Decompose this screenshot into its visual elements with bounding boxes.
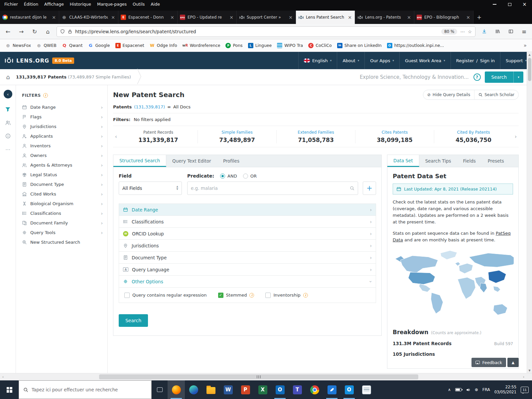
menu-aide[interactable]: Aide — [148, 0, 163, 9]
start-button[interactable] — [0, 380, 19, 399]
stemmed-checkbox[interactable]: ✓ Stemmed i — [218, 293, 254, 298]
taskbar-powerpoint[interactable]: P — [237, 380, 254, 399]
help-icon[interactable]: ? — [473, 73, 481, 81]
menu-historique[interactable]: Historique — [67, 0, 94, 9]
tab-claas[interactable]: ⊕ CLAAS-KD-Wörterbuc × — [59, 11, 118, 24]
filter-item-query-tools[interactable]: Query Tools› — [22, 228, 107, 237]
filter-item-applicants[interactable]: Applicants› — [22, 131, 107, 141]
stat-extended-families[interactable]: Extended Families 71,058,783 — [276, 130, 355, 143]
info-icon[interactable] — [5, 133, 11, 139]
taskbar-outlook[interactable]: O — [271, 380, 289, 399]
more-options-icon[interactable]: ⋯ — [5, 147, 10, 153]
hamburger-menu-icon[interactable]: ≡ — [519, 28, 529, 35]
page-actions-icon[interactable]: ⋯ — [460, 29, 465, 34]
scrollbar-track[interactable] — [6, 373, 521, 380]
reload-button[interactable]: ↻ — [30, 28, 39, 35]
taskbar-word[interactable]: W — [219, 380, 237, 399]
nav-our-apps[interactable]: Our Apps▾ — [364, 52, 399, 69]
carousel-left-icon[interactable]: ‹ — [113, 133, 119, 140]
collections-people-icon[interactable] — [5, 120, 11, 125]
stat-simple-families[interactable]: Simple Families 73,489,897 — [198, 130, 276, 143]
menu-fichier[interactable]: Fichier — [1, 0, 21, 9]
menu-marque-pages[interactable]: Marque-pages — [94, 0, 130, 9]
inventorship-checkbox[interactable]: Inventorship i — [265, 293, 308, 298]
bookmark-star-icon[interactable]: ☆ — [468, 29, 472, 34]
menu-outils[interactable]: Outils — [130, 0, 148, 9]
taskbar-teams[interactable]: T — [289, 380, 306, 399]
tab-lens-patent-search[interactable]: Lens Patent Search × — [296, 11, 355, 24]
bookmark-wordreference[interactable]: wRWordreference — [180, 42, 223, 50]
info-icon[interactable]: i — [249, 293, 254, 298]
accordion-query-language[interactable]: A Query Language › — [119, 264, 376, 276]
tab-close-icon[interactable]: × — [51, 15, 57, 20]
tab-close-icon[interactable]: × — [229, 15, 234, 20]
shield-icon[interactable] — [60, 29, 65, 34]
tab-data-set[interactable]: Data Set — [387, 155, 419, 167]
scroll-to-top-button[interactable]: ▲ — [507, 358, 519, 367]
downloads-button[interactable] — [479, 29, 489, 34]
tab-epo-updated[interactable]: EPO EPO - Updated re × — [178, 11, 237, 24]
close-button[interactable]: × — [517, 0, 532, 9]
taskbar-app-blue[interactable] — [323, 380, 340, 399]
tab-close-icon[interactable]: × — [110, 15, 116, 20]
nav-about[interactable]: About▾ — [337, 52, 364, 69]
accordion-jurisdictions[interactable]: Jurisdictions › — [119, 240, 376, 252]
tab-query-text-editor[interactable]: Query Text Editor — [166, 155, 217, 167]
patents-count-link[interactable]: (131,339,817) — [134, 104, 165, 109]
accordion-document-type[interactable]: Document Type › — [119, 252, 376, 264]
volume-icon[interactable] — [466, 388, 470, 392]
filter-item-inventors[interactable]: Inventors› — [22, 141, 107, 151]
new-tab-button[interactable]: + — [473, 11, 485, 24]
stat-cites-patents[interactable]: Cites Patents 38,099,185 — [355, 130, 434, 143]
bookmark-espacenet[interactable]: EEspacenet — [113, 42, 147, 50]
filter-item-jurisdictions[interactable]: Jurisdictions› — [22, 122, 107, 131]
tab-support-center[interactable]: Support Center » × — [237, 11, 296, 24]
tab-fields[interactable]: Fields — [457, 155, 482, 167]
accordion-classifications[interactable]: Classifications › — [119, 216, 376, 228]
menu-affichage[interactable]: Affichage — [41, 0, 67, 9]
tab-presets[interactable]: Presets — [482, 155, 510, 167]
tab-close-icon[interactable]: × — [288, 15, 293, 20]
home-icon[interactable]: ⌂ — [0, 73, 16, 80]
tab-search-tips[interactable]: Search Tips — [419, 155, 457, 167]
taskbar-firefox[interactable] — [168, 380, 185, 399]
taskbar-edge[interactable] — [185, 380, 202, 399]
accordion-other-options[interactable]: Other Options › — [119, 276, 376, 288]
filter-item-legal-status[interactable]: Legal Status› — [22, 170, 107, 180]
bookmark-google[interactable]: GGoogle — [85, 42, 112, 50]
regex-checkbox[interactable]: Query contains regular expression — [124, 293, 207, 298]
nav-guest-work-area[interactable]: Guest Work Area▾ — [399, 52, 451, 69]
bookmark-coclico[interactable]: CCoCliCo — [306, 42, 334, 50]
search-dropdown-button[interactable]: ▾ — [513, 71, 523, 83]
feedback-button[interactable]: Feedback — [471, 358, 506, 367]
filter-item-document-type[interactable]: Document Type› — [22, 180, 107, 189]
library-button[interactable] — [493, 29, 502, 34]
url-bar[interactable]: https://preview.lens.org/lens/search/pat… — [57, 26, 475, 37]
register-link[interactable]: Register — [456, 58, 474, 63]
battery-icon[interactable] — [455, 388, 462, 391]
tab-restaurant[interactable]: restaurant dijon le × — [0, 11, 59, 24]
bookmark-newsfox[interactable]: ⊕NewsFox — [3, 42, 34, 50]
filter-item-document-family[interactable]: Document Family› — [22, 218, 107, 228]
tab-close-icon[interactable]: × — [466, 15, 471, 20]
tray-expand-icon[interactable]: ∧ — [448, 387, 451, 392]
tab-close-icon[interactable]: × — [170, 15, 175, 20]
predicate-and-radio[interactable]: AND — [220, 174, 237, 179]
query-input[interactable] — [191, 186, 350, 191]
bookmark-linkedin[interactable]: inShare on LinkedIn — [334, 42, 384, 50]
filter-item-date-range[interactable]: Date Range› — [22, 102, 107, 112]
network-icon[interactable]: ⊕ — [475, 387, 478, 392]
predicate-or-radio[interactable]: OR — [243, 174, 257, 179]
stat-patent-records[interactable]: Patent Records 131,339,817 — [119, 130, 198, 143]
language-indicator[interactable]: FRA — [482, 387, 490, 392]
taskbar-excel[interactable]: X — [254, 380, 271, 399]
taskbar-clock[interactable]: 22:55 03/05/2021 — [494, 385, 516, 395]
form-search-button[interactable]: Search — [119, 314, 148, 327]
bookmark-qweb[interactable]: ⊕QWEB — [34, 42, 59, 50]
filter-item-new-structured-search[interactable]: New Structured Search — [22, 237, 107, 247]
tab-epo-biblio[interactable]: EPO EPO - Bibliograph × — [414, 11, 473, 24]
zoom-level-badge[interactable]: 80 % — [441, 29, 458, 35]
bookmark-qwant[interactable]: QQwant — [59, 42, 85, 50]
taskbar-notepad[interactable] — [358, 380, 375, 399]
tab-close-icon[interactable]: × — [406, 15, 412, 20]
